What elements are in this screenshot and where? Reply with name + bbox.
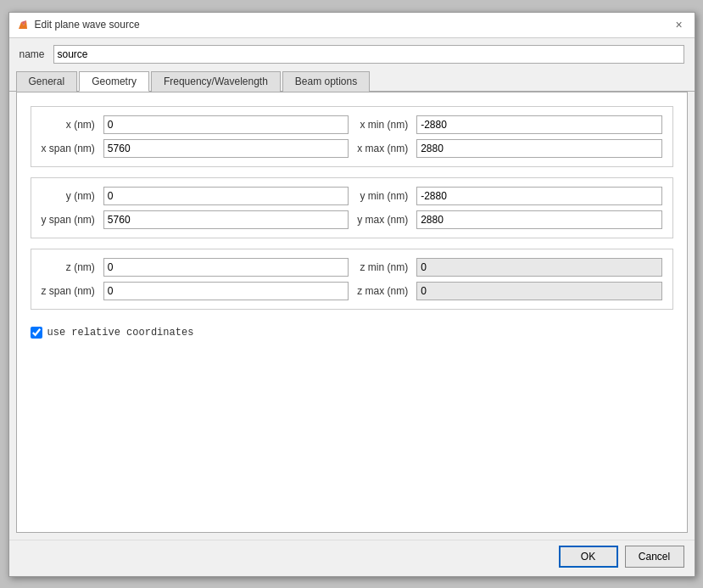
xmin-label: x min (nm) [357, 119, 408, 131]
xmax-label: x max (nm) [357, 143, 408, 154]
relative-coordinates-checkbox[interactable] [31, 327, 42, 339]
z-label: z (nm) [42, 261, 95, 273]
tab-frequency-wavelength[interactable]: Frequency/Wavelength [151, 71, 281, 92]
ymax-input[interactable] [416, 210, 661, 229]
ymax-label: y max (nm) [357, 214, 408, 226]
xspan-label: x span (nm) [42, 143, 95, 154]
y-input[interactable] [103, 187, 349, 205]
title-bar: Edit plane wave source × [9, 13, 695, 38]
name-label: name [20, 48, 47, 60]
tab-beam-options[interactable]: Beam options [282, 71, 370, 92]
zmin-label: z min (nm) [357, 261, 408, 273]
zspan-label: z span (nm) [42, 285, 95, 297]
yspan-input[interactable] [103, 210, 349, 229]
x-input[interactable] [103, 115, 349, 134]
xmax-input[interactable] [416, 139, 661, 158]
y-section: y (nm) y min (nm) y span (nm) y max (nm) [31, 177, 673, 238]
footer: OK Cancel [9, 540, 695, 576]
x-label: x (nm) [42, 119, 95, 131]
name-input[interactable] [53, 45, 684, 64]
tab-general[interactable]: General [16, 71, 78, 92]
yspan-label: y span (nm) [42, 214, 95, 226]
y-label: y (nm) [42, 190, 95, 202]
z-input[interactable] [103, 258, 349, 277]
tab-geometry[interactable]: Geometry [79, 71, 149, 92]
tabs: General Geometry Frequency/Wavelength Be… [9, 70, 695, 92]
ok-button[interactable]: OK [559, 546, 618, 568]
xmin-input[interactable] [416, 115, 661, 134]
ymin-input[interactable] [416, 187, 661, 205]
close-button[interactable]: × [671, 16, 688, 33]
geometry-content: x (nm) x min (nm) x span (nm) x max (nm)… [16, 92, 688, 533]
xspan-input[interactable] [103, 139, 349, 158]
cancel-button[interactable]: Cancel [625, 546, 684, 568]
matlab-icon [16, 18, 30, 31]
zspan-input[interactable] [103, 282, 349, 300]
zmax-input[interactable] [416, 282, 661, 300]
zmin-input[interactable] [416, 258, 661, 277]
title-bar-left: Edit plane wave source [16, 18, 140, 31]
name-row: name [9, 38, 695, 70]
z-section: z (nm) z min (nm) z span (nm) z max (nm) [31, 249, 673, 310]
edit-plane-wave-dialog: Edit plane wave source × name General Ge… [8, 12, 695, 577]
relative-coordinates-label: use relative coordinates [47, 327, 194, 339]
x-section: x (nm) x min (nm) x span (nm) x max (nm) [31, 106, 673, 167]
dialog-title: Edit plane wave source [35, 19, 140, 31]
ymin-label: y min (nm) [357, 190, 408, 202]
zmax-label: z max (nm) [357, 285, 408, 297]
relative-coordinates-row: use relative coordinates [31, 320, 673, 345]
